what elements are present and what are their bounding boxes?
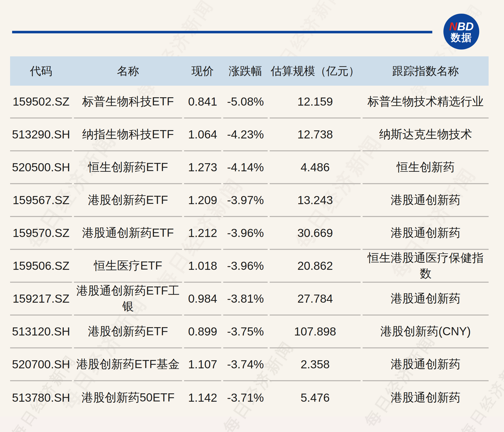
cell-price: 0.984 <box>184 283 221 316</box>
cell-code: 159567.SZ <box>10 184 72 217</box>
cell-scale: 30.669 <box>270 217 361 250</box>
cell-name: 港股创新药ETF <box>74 316 182 348</box>
cell-index: 港股通创新药 <box>363 381 489 414</box>
cell-price: 0.841 <box>184 86 221 118</box>
cell-index: 港股通创新药 <box>363 217 489 250</box>
cell-name: 港股创新药ETF基金 <box>74 348 182 381</box>
header-divider-rule <box>12 31 432 33</box>
cell-scale: 12.738 <box>270 118 361 151</box>
cell-scale: 12.159 <box>270 86 361 118</box>
table-row: 159570.SZ港股通创新药ETF1.212-3.96%30.669港股通创新… <box>10 217 489 250</box>
cell-index: 标普生物技术精选行业 <box>363 86 489 118</box>
cell-price: 1.212 <box>184 217 221 250</box>
column-header-index: 跟踪指数名称 <box>363 56 489 86</box>
cell-code: 159506.SZ <box>10 250 72 283</box>
nbd-logo-n: N <box>449 20 457 33</box>
cell-scale: 27.784 <box>270 283 361 316</box>
table-row: 520700.SH港股创新药ETF基金1.107-3.74%2.358港股通创新… <box>10 348 489 381</box>
cell-index: 港股通创新药 <box>363 184 489 217</box>
cell-price: 1.142 <box>184 381 221 414</box>
table-row: 159506.SZ恒生医疗ETF1.018-3.96%20.862恒生港股通医疗… <box>10 250 489 283</box>
cell-code: 159502.SZ <box>10 86 72 118</box>
cell-name: 港股通创新药ETF <box>74 217 182 250</box>
cell-code: 520700.SH <box>10 348 72 381</box>
cell-code: 159217.SZ <box>10 283 72 316</box>
table-row: 520500.SH恒生创新药ETF1.273-4.14%4.486恒生创新药 <box>10 151 489 184</box>
etf-table: 代码 名称 现价 涨跌幅 估算规模（亿元） 跟踪指数名称 159502.SZ标普… <box>10 56 489 414</box>
cell-code: 159570.SZ <box>10 217 72 250</box>
table-header-row: 代码 名称 现价 涨跌幅 估算规模（亿元） 跟踪指数名称 <box>10 56 489 86</box>
cell-scale: 13.243 <box>270 184 361 217</box>
cell-index: 港股创新药(CNY) <box>363 316 489 348</box>
cell-change: -4.14% <box>223 151 268 184</box>
cell-code: 520500.SH <box>10 151 72 184</box>
bottom-band <box>0 416 504 432</box>
table-row: 159567.SZ港股创新药ETF1.209-3.97%13.243港股通创新药 <box>10 184 489 217</box>
cell-change: -3.96% <box>223 250 268 283</box>
cell-price: 0.899 <box>184 316 221 348</box>
cell-change: -3.97% <box>223 184 268 217</box>
cell-scale: 4.486 <box>270 151 361 184</box>
cell-price: 1.107 <box>184 348 221 381</box>
cell-name: 标普生物科技ETF <box>74 86 182 118</box>
table-row: 513290.SH纳指生物科技ETF1.064-4.23%12.738纳斯达克生… <box>10 118 489 151</box>
cell-code: 513120.SH <box>10 316 72 348</box>
column-header-code: 代码 <box>10 56 72 86</box>
cell-price: 1.209 <box>184 184 221 217</box>
cell-change: -3.71% <box>223 381 268 414</box>
cell-code: 513290.SH <box>10 118 72 151</box>
nbd-logo-text: NBD <box>449 21 474 32</box>
table-row: 513120.SH港股创新药ETF0.899-3.75%107.898港股创新药… <box>10 316 489 348</box>
column-header-scale: 估算规模（亿元） <box>270 56 361 86</box>
cell-index: 港股通创新药 <box>363 283 489 316</box>
nbd-logo: NBD 数据 <box>443 14 479 50</box>
cell-index: 港股通创新药 <box>363 348 489 381</box>
cell-change: -4.23% <box>223 118 268 151</box>
cell-change: -3.75% <box>223 316 268 348</box>
table-body: 159502.SZ标普生物科技ETF0.841-5.08%12.159标普生物技… <box>10 86 489 414</box>
cell-change: -5.08% <box>223 86 268 118</box>
cell-name: 港股通创新药ETF工银 <box>74 283 182 316</box>
table-row: 159502.SZ标普生物科技ETF0.841-5.08%12.159标普生物技… <box>10 86 489 118</box>
column-header-change: 涨跌幅 <box>223 56 268 86</box>
table-row: 513780.SH港股创新药50ETF1.142-3.71%5.476港股通创新… <box>10 381 489 414</box>
cell-name: 恒生医疗ETF <box>74 250 182 283</box>
cell-name: 恒生创新药ETF <box>74 151 182 184</box>
nbd-logo-bd: BD <box>457 20 474 33</box>
cell-scale: 20.862 <box>270 250 361 283</box>
infographic-canvas: 每日经济新闻每日经济新闻每日经济新闻每日经济新闻每日经济新闻每日经济新闻每日经济… <box>0 0 504 432</box>
table-row: 159217.SZ港股通创新药ETF工银0.984-3.81%27.784港股通… <box>10 283 489 316</box>
cell-name: 港股创新药ETF <box>74 184 182 217</box>
nbd-logo-subtitle: 数据 <box>451 32 472 43</box>
cell-scale: 5.476 <box>270 381 361 414</box>
cell-change: -3.74% <box>223 348 268 381</box>
cell-change: -3.96% <box>223 217 268 250</box>
cell-index: 恒生创新药 <box>363 151 489 184</box>
cell-scale: 2.358 <box>270 348 361 381</box>
cell-index: 纳斯达克生物技术 <box>363 118 489 151</box>
cell-name: 港股创新药50ETF <box>74 381 182 414</box>
cell-price: 1.018 <box>184 250 221 283</box>
column-header-name: 名称 <box>74 56 182 86</box>
cell-price: 1.273 <box>184 151 221 184</box>
cell-price: 1.064 <box>184 118 221 151</box>
column-header-price: 现价 <box>184 56 221 86</box>
cell-scale: 107.898 <box>270 316 361 348</box>
cell-code: 513780.SH <box>10 381 72 414</box>
cell-name: 纳指生物科技ETF <box>74 118 182 151</box>
cell-index: 恒生港股通医疗保健指数 <box>363 250 489 283</box>
cell-change: -3.81% <box>223 283 268 316</box>
